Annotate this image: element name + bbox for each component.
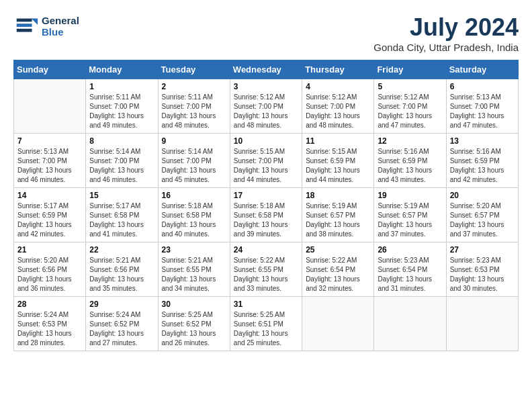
day-info: Sunrise: 5:22 AMSunset: 6:55 PMDaylight:… [234, 256, 298, 293]
logo: General Blue [13, 13, 79, 39]
calendar-cell [446, 297, 518, 351]
calendar-header-row: SundayMondayTuesdayWednesdayThursdayFrid… [14, 60, 519, 79]
calendar-week-row: 1Sunrise: 5:11 AMSunset: 7:00 PMDaylight… [14, 79, 519, 134]
column-header-saturday: Saturday [446, 60, 518, 79]
day-info: Sunrise: 5:24 AMSunset: 6:53 PMDaylight:… [17, 310, 82, 348]
day-info: Sunrise: 5:11 AMSunset: 7:00 PMDaylight:… [162, 93, 226, 130]
day-info: Sunrise: 5:21 AMSunset: 6:55 PMDaylight:… [162, 256, 226, 293]
calendar-cell: 29Sunrise: 5:24 AMSunset: 6:52 PMDayligh… [86, 297, 158, 351]
calendar-cell: 25Sunrise: 5:22 AMSunset: 6:54 PMDayligh… [302, 242, 374, 297]
calendar-cell: 28Sunrise: 5:24 AMSunset: 6:53 PMDayligh… [14, 297, 86, 351]
day-info: Sunrise: 5:17 AMSunset: 6:58 PMDaylight:… [89, 201, 154, 239]
svg-rect-4 [17, 29, 32, 32]
day-number: 1 [89, 82, 154, 91]
day-number: 6 [450, 82, 515, 91]
page-header: General Blue July 2024 Gonda City, Uttar… [13, 13, 519, 53]
day-number: 24 [234, 245, 298, 255]
day-info: Sunrise: 5:16 AMSunset: 6:59 PMDaylight:… [378, 147, 442, 185]
calendar-cell: 24Sunrise: 5:22 AMSunset: 6:55 PMDayligh… [230, 242, 302, 297]
calendar-cell: 22Sunrise: 5:21 AMSunset: 6:56 PMDayligh… [86, 242, 158, 297]
day-number: 2 [162, 82, 226, 91]
day-number: 21 [17, 245, 82, 255]
svg-rect-3 [17, 24, 32, 27]
calendar-cell [374, 297, 446, 351]
day-number: 5 [378, 82, 442, 91]
column-header-sunday: Sunday [14, 60, 86, 79]
day-info: Sunrise: 5:11 AMSunset: 7:00 PMDaylight:… [89, 93, 154, 130]
calendar-body: 1Sunrise: 5:11 AMSunset: 7:00 PMDaylight… [14, 79, 519, 351]
day-number: 20 [450, 191, 515, 200]
calendar-cell: 2Sunrise: 5:11 AMSunset: 7:00 PMDaylight… [158, 79, 230, 134]
day-info: Sunrise: 5:12 AMSunset: 7:00 PMDaylight:… [378, 93, 442, 130]
calendar-week-row: 21Sunrise: 5:20 AMSunset: 6:56 PMDayligh… [14, 242, 519, 297]
title-block: July 2024 Gonda City, Uttar Pradesh, Ind… [373, 13, 519, 53]
calendar-cell [302, 297, 374, 351]
day-info: Sunrise: 5:24 AMSunset: 6:52 PMDaylight:… [89, 310, 154, 348]
calendar-cell: 4Sunrise: 5:12 AMSunset: 7:00 PMDaylight… [302, 79, 374, 134]
calendar-cell: 12Sunrise: 5:16 AMSunset: 6:59 PMDayligh… [374, 134, 446, 188]
day-number: 29 [89, 300, 154, 309]
calendar-cell: 31Sunrise: 5:25 AMSunset: 6:51 PMDayligh… [230, 297, 302, 351]
calendar-cell: 27Sunrise: 5:23 AMSunset: 6:53 PMDayligh… [446, 242, 518, 297]
svg-rect-2 [17, 19, 32, 22]
day-info: Sunrise: 5:15 AMSunset: 6:59 PMDaylight:… [306, 147, 370, 185]
day-number: 15 [89, 191, 154, 200]
day-number: 14 [17, 191, 82, 200]
calendar-cell: 18Sunrise: 5:19 AMSunset: 6:57 PMDayligh… [302, 188, 374, 242]
day-number: 16 [162, 191, 226, 200]
day-number: 10 [234, 136, 298, 146]
day-number: 18 [306, 191, 370, 200]
day-number: 4 [306, 82, 370, 91]
day-info: Sunrise: 5:20 AMSunset: 6:57 PMDaylight:… [450, 201, 515, 239]
day-info: Sunrise: 5:12 AMSunset: 7:00 PMDaylight:… [234, 93, 298, 130]
calendar-cell: 10Sunrise: 5:15 AMSunset: 7:00 PMDayligh… [230, 134, 302, 188]
day-info: Sunrise: 5:25 AMSunset: 6:52 PMDaylight:… [162, 310, 226, 348]
day-info: Sunrise: 5:20 AMSunset: 6:56 PMDaylight:… [17, 256, 82, 293]
calendar-week-row: 7Sunrise: 5:13 AMSunset: 7:00 PMDaylight… [14, 134, 519, 188]
day-number: 31 [234, 300, 298, 309]
logo-icon [13, 13, 39, 39]
day-info: Sunrise: 5:23 AMSunset: 6:54 PMDaylight:… [378, 256, 442, 293]
day-info: Sunrise: 5:18 AMSunset: 6:58 PMDaylight:… [234, 201, 298, 239]
column-header-friday: Friday [374, 60, 446, 79]
calendar-cell: 14Sunrise: 5:17 AMSunset: 6:59 PMDayligh… [14, 188, 86, 242]
day-info: Sunrise: 5:13 AMSunset: 7:00 PMDaylight:… [450, 93, 515, 130]
column-header-monday: Monday [86, 60, 158, 79]
day-info: Sunrise: 5:18 AMSunset: 6:58 PMDaylight:… [162, 201, 226, 239]
day-info: Sunrise: 5:13 AMSunset: 7:00 PMDaylight:… [17, 147, 82, 185]
day-number: 25 [306, 245, 370, 255]
day-number: 23 [162, 245, 226, 255]
column-header-thursday: Thursday [302, 60, 374, 79]
day-number: 3 [234, 82, 298, 91]
logo-text: General Blue [42, 15, 79, 38]
month-year-title: July 2024 [373, 13, 519, 42]
day-info: Sunrise: 5:16 AMSunset: 6:59 PMDaylight:… [450, 147, 515, 185]
day-info: Sunrise: 5:14 AMSunset: 7:00 PMDaylight:… [89, 147, 154, 185]
location-subtitle: Gonda City, Uttar Pradesh, India [373, 42, 519, 53]
calendar-cell: 9Sunrise: 5:14 AMSunset: 7:00 PMDaylight… [158, 134, 230, 188]
day-info: Sunrise: 5:12 AMSunset: 7:00 PMDaylight:… [306, 93, 370, 130]
calendar-cell: 3Sunrise: 5:12 AMSunset: 7:00 PMDaylight… [230, 79, 302, 134]
calendar-cell: 19Sunrise: 5:19 AMSunset: 6:57 PMDayligh… [374, 188, 446, 242]
day-info: Sunrise: 5:14 AMSunset: 7:00 PMDaylight:… [162, 147, 226, 185]
day-info: Sunrise: 5:19 AMSunset: 6:57 PMDaylight:… [378, 201, 442, 239]
calendar-cell: 20Sunrise: 5:20 AMSunset: 6:57 PMDayligh… [446, 188, 518, 242]
day-number: 13 [450, 136, 515, 146]
calendar-week-row: 14Sunrise: 5:17 AMSunset: 6:59 PMDayligh… [14, 188, 519, 242]
day-number: 7 [17, 136, 82, 146]
calendar-cell: 11Sunrise: 5:15 AMSunset: 6:59 PMDayligh… [302, 134, 374, 188]
day-info: Sunrise: 5:25 AMSunset: 6:51 PMDaylight:… [234, 310, 298, 348]
calendar-cell: 5Sunrise: 5:12 AMSunset: 7:00 PMDaylight… [374, 79, 446, 134]
calendar-cell: 1Sunrise: 5:11 AMSunset: 7:00 PMDaylight… [86, 79, 158, 134]
calendar-cell: 8Sunrise: 5:14 AMSunset: 7:00 PMDaylight… [86, 134, 158, 188]
calendar-week-row: 28Sunrise: 5:24 AMSunset: 6:53 PMDayligh… [14, 297, 519, 351]
day-number: 12 [378, 136, 442, 146]
calendar-table: SundayMondayTuesdayWednesdayThursdayFrid… [13, 60, 519, 351]
day-number: 9 [162, 136, 226, 146]
calendar-cell: 15Sunrise: 5:17 AMSunset: 6:58 PMDayligh… [86, 188, 158, 242]
day-info: Sunrise: 5:21 AMSunset: 6:56 PMDaylight:… [89, 256, 154, 293]
day-info: Sunrise: 5:19 AMSunset: 6:57 PMDaylight:… [306, 201, 370, 239]
day-number: 26 [378, 245, 442, 255]
calendar-cell: 21Sunrise: 5:20 AMSunset: 6:56 PMDayligh… [14, 242, 86, 297]
column-header-wednesday: Wednesday [230, 60, 302, 79]
